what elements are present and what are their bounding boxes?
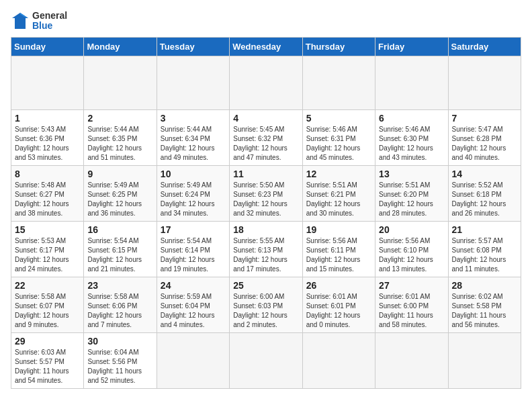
day-info: Sunrise: 5:49 AM Sunset: 6:24 PM Dayligh… <box>161 181 226 218</box>
week-row-5: 29Sunrise: 6:03 AM Sunset: 5:57 PM Dayli… <box>11 332 521 388</box>
day-cell: 25Sunrise: 6:00 AM Sunset: 6:03 PM Dayli… <box>230 277 302 332</box>
day-number: 10 <box>161 169 226 179</box>
day-cell <box>84 56 157 109</box>
day-number: 1 <box>15 113 80 124</box>
day-info: Sunrise: 5:45 AM Sunset: 6:32 PM Dayligh… <box>233 125 298 163</box>
day-cell: 12Sunrise: 5:51 AM Sunset: 6:21 PM Dayli… <box>302 165 375 221</box>
day-cell: 9Sunrise: 5:49 AM Sunset: 6:25 PM Daylig… <box>84 165 157 221</box>
day-header-tuesday: Tuesday <box>157 37 229 56</box>
week-row-1: 1Sunrise: 5:43 AM Sunset: 6:36 PM Daylig… <box>11 109 521 165</box>
day-number: 15 <box>15 224 80 235</box>
day-cell: 1Sunrise: 5:43 AM Sunset: 6:36 PM Daylig… <box>11 109 84 165</box>
logo-text: General Blue <box>11 11 67 32</box>
day-cell: 5Sunrise: 5:46 AM Sunset: 6:31 PM Daylig… <box>302 109 375 165</box>
day-cell <box>375 332 448 388</box>
day-number: 27 <box>379 280 444 291</box>
day-number: 30 <box>87 336 152 347</box>
day-info: Sunrise: 6:01 AM Sunset: 6:01 PM Dayligh… <box>306 292 371 330</box>
day-number: 25 <box>233 280 298 291</box>
day-cell <box>157 56 229 109</box>
day-header-thursday: Thursday <box>302 37 375 56</box>
day-number: 7 <box>452 113 517 124</box>
logo-blue: Blue <box>32 21 67 31</box>
day-number: 21 <box>452 224 517 235</box>
day-cell <box>448 56 521 109</box>
day-number: 14 <box>452 169 517 179</box>
week-row-3: 15Sunrise: 5:53 AM Sunset: 6:17 PM Dayli… <box>11 221 521 277</box>
day-info: Sunrise: 5:58 AM Sunset: 6:06 PM Dayligh… <box>87 292 152 330</box>
week-row-4: 22Sunrise: 5:58 AM Sunset: 6:07 PM Dayli… <box>11 277 521 332</box>
day-info: Sunrise: 5:52 AM Sunset: 6:18 PM Dayligh… <box>452 181 517 218</box>
day-info: Sunrise: 5:56 AM Sunset: 6:11 PM Dayligh… <box>306 236 371 274</box>
day-cell: 10Sunrise: 5:49 AM Sunset: 6:24 PM Dayli… <box>157 165 229 221</box>
day-number: 6 <box>379 113 444 124</box>
day-number: 23 <box>87 280 152 291</box>
day-header-friday: Friday <box>375 37 448 56</box>
day-info: Sunrise: 5:54 AM Sunset: 6:15 PM Dayligh… <box>87 236 152 274</box>
day-info: Sunrise: 5:49 AM Sunset: 6:25 PM Dayligh… <box>87 181 152 218</box>
days-header-row: SundayMondayTuesdayWednesdayThursdayFrid… <box>11 37 521 56</box>
day-number: 19 <box>306 224 371 235</box>
day-cell: 7Sunrise: 5:47 AM Sunset: 6:28 PM Daylig… <box>448 109 521 165</box>
day-cell <box>302 56 375 109</box>
day-cell: 20Sunrise: 5:56 AM Sunset: 6:10 PM Dayli… <box>375 221 448 277</box>
page-header: General Blue <box>11 11 521 32</box>
day-header-saturday: Saturday <box>448 37 521 56</box>
day-info: Sunrise: 5:57 AM Sunset: 6:08 PM Dayligh… <box>452 236 517 274</box>
day-info: Sunrise: 6:04 AM Sunset: 5:56 PM Dayligh… <box>87 348 152 385</box>
day-number: 8 <box>15 169 80 179</box>
day-info: Sunrise: 6:02 AM Sunset: 5:58 PM Dayligh… <box>452 292 517 330</box>
day-number: 26 <box>306 280 371 291</box>
day-header-wednesday: Wednesday <box>230 37 302 56</box>
day-info: Sunrise: 5:50 AM Sunset: 6:23 PM Dayligh… <box>233 181 298 218</box>
day-cell: 22Sunrise: 5:58 AM Sunset: 6:07 PM Dayli… <box>11 277 84 332</box>
svg-marker-0 <box>12 13 28 29</box>
week-row-2: 8Sunrise: 5:48 AM Sunset: 6:27 PM Daylig… <box>11 165 521 221</box>
day-number: 28 <box>452 280 517 291</box>
day-info: Sunrise: 6:03 AM Sunset: 5:57 PM Dayligh… <box>15 348 80 385</box>
day-cell: 28Sunrise: 6:02 AM Sunset: 5:58 PM Dayli… <box>448 277 521 332</box>
day-cell: 2Sunrise: 5:44 AM Sunset: 6:35 PM Daylig… <box>84 109 157 165</box>
day-cell: 26Sunrise: 6:01 AM Sunset: 6:01 PM Dayli… <box>302 277 375 332</box>
calendar-table: SundayMondayTuesdayWednesdayThursdayFrid… <box>11 37 521 389</box>
day-cell: 23Sunrise: 5:58 AM Sunset: 6:06 PM Dayli… <box>84 277 157 332</box>
day-cell <box>448 332 521 388</box>
day-number: 16 <box>87 224 152 235</box>
logo-general: General <box>32 11 67 21</box>
day-number: 3 <box>161 113 226 124</box>
calendar-body: 1Sunrise: 5:43 AM Sunset: 6:36 PM Daylig… <box>11 56 521 388</box>
day-cell: 17Sunrise: 5:54 AM Sunset: 6:14 PM Dayli… <box>157 221 229 277</box>
day-cell: 16Sunrise: 5:54 AM Sunset: 6:15 PM Dayli… <box>84 221 157 277</box>
day-info: Sunrise: 5:46 AM Sunset: 6:31 PM Dayligh… <box>306 125 371 163</box>
day-info: Sunrise: 5:58 AM Sunset: 6:07 PM Dayligh… <box>15 292 80 330</box>
day-cell: 3Sunrise: 5:44 AM Sunset: 6:34 PM Daylig… <box>157 109 229 165</box>
day-cell: 19Sunrise: 5:56 AM Sunset: 6:11 PM Dayli… <box>302 221 375 277</box>
day-number: 12 <box>306 169 371 179</box>
day-number: 2 <box>87 113 152 124</box>
logo: General Blue <box>11 11 67 32</box>
day-cell <box>230 332 302 388</box>
day-cell <box>375 56 448 109</box>
day-info: Sunrise: 5:51 AM Sunset: 6:20 PM Dayligh… <box>379 181 444 218</box>
day-cell: 18Sunrise: 5:55 AM Sunset: 6:13 PM Dayli… <box>230 221 302 277</box>
day-info: Sunrise: 6:01 AM Sunset: 6:00 PM Dayligh… <box>379 292 444 330</box>
day-number: 24 <box>161 280 226 291</box>
day-number: 17 <box>161 224 226 235</box>
day-info: Sunrise: 5:51 AM Sunset: 6:21 PM Dayligh… <box>306 181 371 218</box>
day-number: 18 <box>233 224 298 235</box>
day-info: Sunrise: 5:46 AM Sunset: 6:30 PM Dayligh… <box>379 125 444 163</box>
day-cell: 11Sunrise: 5:50 AM Sunset: 6:23 PM Dayli… <box>230 165 302 221</box>
day-cell: 27Sunrise: 6:01 AM Sunset: 6:00 PM Dayli… <box>375 277 448 332</box>
day-cell <box>302 332 375 388</box>
day-cell: 30Sunrise: 6:04 AM Sunset: 5:56 PM Dayli… <box>84 332 157 388</box>
day-number: 22 <box>15 280 80 291</box>
day-info: Sunrise: 5:54 AM Sunset: 6:14 PM Dayligh… <box>161 236 226 274</box>
day-info: Sunrise: 5:48 AM Sunset: 6:27 PM Dayligh… <box>15 181 80 218</box>
day-cell: 15Sunrise: 5:53 AM Sunset: 6:17 PM Dayli… <box>11 221 84 277</box>
day-number: 5 <box>306 113 371 124</box>
day-cell <box>230 56 302 109</box>
day-number: 20 <box>379 224 444 235</box>
day-cell: 8Sunrise: 5:48 AM Sunset: 6:27 PM Daylig… <box>11 165 84 221</box>
day-info: Sunrise: 6:00 AM Sunset: 6:03 PM Dayligh… <box>233 292 298 330</box>
day-cell: 6Sunrise: 5:46 AM Sunset: 6:30 PM Daylig… <box>375 109 448 165</box>
